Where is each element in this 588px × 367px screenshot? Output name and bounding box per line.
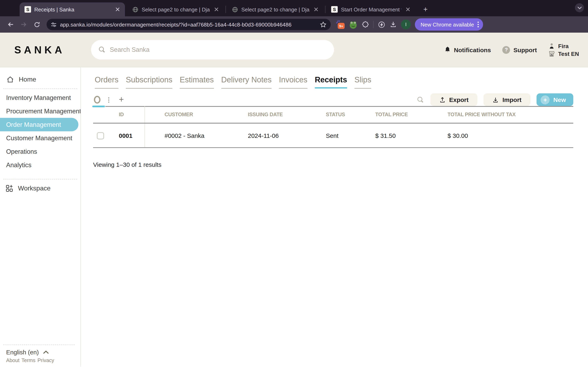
downloads-icon[interactable] <box>389 21 397 28</box>
site-settings-icon[interactable] <box>51 21 57 27</box>
sidebar-item-home[interactable]: Home <box>0 73 80 86</box>
view-toolbar: ⋮ + Export Import + <box>93 93 573 106</box>
account-menu[interactable]: Fira Test EN <box>548 43 579 57</box>
notifications-button[interactable]: Notifications <box>444 46 491 53</box>
close-icon[interactable] <box>213 6 220 13</box>
export-button[interactable]: Export <box>430 93 477 106</box>
new-tab-button[interactable]: + <box>420 4 431 15</box>
col-issuing-date: ISSUING DATE <box>248 112 283 117</box>
global-search[interactable] <box>91 40 334 59</box>
col-customer: CUSTOMER <box>164 112 193 117</box>
tab-title: Start Order Management with <box>341 6 401 12</box>
browser-toolbar: app.sanka.io/modules/ordermanagement/rec… <box>0 16 588 33</box>
about-link[interactable]: About <box>6 358 19 363</box>
forward-icon[interactable] <box>18 19 29 30</box>
close-icon[interactable] <box>114 6 121 13</box>
tab-invoices[interactable]: Invoices <box>279 75 307 89</box>
col-status: STATUS <box>326 112 345 117</box>
sidebar-item-label: Workspace <box>18 185 51 192</box>
row-checkbox[interactable] <box>97 132 104 140</box>
support-button[interactable]: ? Support <box>502 46 537 54</box>
reload-icon[interactable] <box>31 19 43 30</box>
new-button[interactable]: + New <box>536 93 573 106</box>
privacy-link[interactable]: Privacy <box>37 358 54 363</box>
cell-id: 0001 <box>119 132 132 139</box>
main-content: Orders Subscriptions Estimates Delivery … <box>81 67 588 367</box>
browser-tab-django-2[interactable]: Select page2 to change | Djan <box>227 2 323 16</box>
chrome-update-button[interactable]: New Chrome available <box>415 18 483 31</box>
import-button[interactable]: Import <box>484 93 530 106</box>
workspace-grid-icon <box>5 184 13 192</box>
sidebar-item-analytics[interactable]: Analytics <box>0 158 80 172</box>
notifications-label: Notifications <box>454 46 491 53</box>
add-view-icon[interactable]: + <box>119 94 124 104</box>
url-text[interactable]: app.sanka.io/modules/ordermanagement/rec… <box>60 21 316 27</box>
workspace-row[interactable]: Test EN <box>548 50 579 57</box>
column-divider <box>145 106 145 123</box>
chevron-up-icon <box>43 350 49 354</box>
browser-tab-start-order[interactable]: S Start Order Management with <box>326 2 415 16</box>
table-header-row: ID CUSTOMER ISSUING DATE STATUS TOTAL PR… <box>93 106 573 124</box>
search-input[interactable] <box>110 46 327 53</box>
address-bar[interactable]: app.sanka.io/modules/ordermanagement/rec… <box>47 19 331 30</box>
question-icon: ? <box>502 46 510 54</box>
tab-delivery-notes[interactable]: Delivery Notes <box>221 75 272 89</box>
chrome-update-label: New Chrome available <box>421 21 474 27</box>
sidebar-item-workspace[interactable]: Workspace <box>0 182 80 195</box>
sidebar-item-inventory[interactable]: Inventory Management <box>0 91 80 104</box>
browser-tab-bar: S Receipts | Sanka Select page2 to chang… <box>0 0 588 16</box>
tab-slips[interactable]: Slips <box>355 75 371 89</box>
workspace-name: Test EN <box>558 50 579 57</box>
app-header: SANKA Notifications ? Support <box>0 33 588 67</box>
sidebar-item-operations[interactable]: Operations <box>0 145 80 158</box>
browser-tab-receipts[interactable]: S Receipts | Sanka <box>20 2 125 16</box>
extensions-puzzle-icon[interactable] <box>362 21 369 28</box>
tab-title: Select page2 to change | Djan <box>142 6 210 12</box>
cell-status: Sent <box>326 132 338 139</box>
divider <box>3 89 77 89</box>
more-menu-icon[interactable] <box>477 21 479 28</box>
language-label: English (en) <box>6 349 39 356</box>
tab-orders[interactable]: Orders <box>95 75 118 89</box>
tab-estimates[interactable]: Estimates <box>180 75 214 89</box>
column-divider <box>145 124 145 147</box>
sidebar-item-procurement[interactable]: Procurement Management <box>0 104 80 118</box>
browser-tab-django-1[interactable]: Select page2 to change | Djan <box>127 2 224 16</box>
module-tab-bar: Orders Subscriptions Estimates Delivery … <box>93 67 588 89</box>
tab-search-button[interactable] <box>575 3 584 12</box>
divider <box>3 345 75 345</box>
table-row[interactable]: 0001 #0002 - Sanka 2024-11-06 Sent $ 31.… <box>93 124 573 148</box>
sidebar-item-customer[interactable]: Customer Management <box>0 131 80 145</box>
profile-avatar[interactable]: I <box>401 20 411 29</box>
import-label: Import <box>502 96 521 103</box>
view-options-kebab-icon[interactable]: ⋮ <box>106 96 112 103</box>
plus-icon: + <box>541 95 550 104</box>
results-count: Viewing 1–30 of 1 results <box>93 161 588 168</box>
sanka-logo[interactable]: SANKA <box>14 44 65 56</box>
cell-issuing-date: 2024-11-06 <box>248 132 279 139</box>
support-label: Support <box>513 46 537 53</box>
close-icon[interactable] <box>405 6 411 13</box>
chrome-extensions-area: 9+ I New Chrome available <box>336 18 483 31</box>
terms-link[interactable]: Terms <box>21 358 35 363</box>
view-tab-icon[interactable] <box>94 96 100 104</box>
table-search-icon[interactable] <box>417 96 424 103</box>
performance-icon[interactable] <box>378 21 385 28</box>
import-icon <box>493 96 499 103</box>
sanka-favicon: S <box>25 6 31 13</box>
tab-subscriptions[interactable]: Subscriptions <box>126 75 172 89</box>
extension-9plus-icon[interactable]: 9+ <box>336 20 345 29</box>
tab-receipts[interactable]: Receipts <box>315 75 347 89</box>
bookmark-star-icon[interactable] <box>320 21 327 28</box>
receipts-table: ID CUSTOMER ISSUING DATE STATUS TOTAL PR… <box>93 106 573 148</box>
col-id: ID <box>119 112 124 117</box>
sidebar-item-order-management[interactable]: Order Management <box>0 118 78 131</box>
bell-icon <box>444 46 450 53</box>
legal-links: About Terms Privacy <box>0 358 78 363</box>
user-row[interactable]: Fira <box>548 43 579 49</box>
tab-title: Receipts | Sanka <box>34 6 111 12</box>
language-selector[interactable]: English (en) <box>0 349 78 356</box>
back-icon[interactable] <box>5 19 16 30</box>
close-icon[interactable] <box>313 6 319 13</box>
extension-frog-icon[interactable] <box>349 20 358 29</box>
